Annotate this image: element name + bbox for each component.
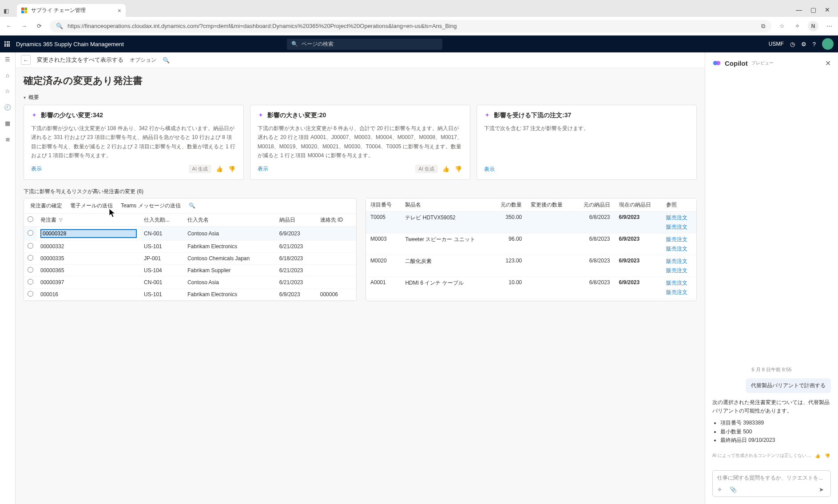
table-row[interactable]: M0003 Tweeter スピーカー ユニット 96.00 6/8/2023 … bbox=[366, 233, 696, 255]
filter-icon[interactable]: ▽ bbox=[59, 218, 63, 222]
rail-workspace-icon[interactable]: ▦ bbox=[4, 119, 12, 127]
col-new-qty[interactable]: 変更後の数量 bbox=[526, 198, 573, 212]
page-back-button[interactable]: ← bbox=[21, 55, 31, 65]
send-email-button[interactable]: 電子メールの送信 bbox=[70, 202, 113, 210]
url-field[interactable]: 🔍 https://financeoperations.cloudax.int.… bbox=[50, 20, 771, 32]
col-vendor-name[interactable]: 仕入先名 bbox=[184, 214, 276, 227]
overview-section-toggle[interactable]: 概要 bbox=[24, 94, 697, 101]
browser-tab[interactable]: サプライ チェーン管理 × bbox=[17, 4, 126, 17]
page-search[interactable]: 🔍 ページの検索 bbox=[287, 39, 442, 50]
sparkle-input-icon[interactable]: ✧ bbox=[717, 486, 724, 493]
po-cell[interactable]: 00000397 bbox=[37, 276, 140, 288]
refresh-button[interactable]: ⟳ bbox=[35, 22, 44, 31]
forward-button[interactable]: → bbox=[20, 22, 28, 31]
thumbs-up-icon[interactable]: 👍 bbox=[442, 165, 450, 173]
thumbs-down-icon[interactable]: 👎 bbox=[455, 165, 463, 173]
cmd-search-icon[interactable]: 🔍 bbox=[163, 57, 170, 63]
item-cell[interactable]: M0003 bbox=[366, 233, 401, 255]
item-cell[interactable]: T0005 bbox=[366, 211, 401, 233]
user-avatar[interactable] bbox=[822, 38, 834, 50]
ref-link[interactable]: 販売注文 bbox=[666, 223, 692, 231]
ref-link[interactable]: 販売注文 bbox=[666, 214, 692, 222]
row-select[interactable] bbox=[24, 226, 37, 240]
rail-recent-icon[interactable]: 🕘 bbox=[4, 103, 12, 111]
table-row[interactable]: 000016 US-101 Fabrikam Electronics 6/9/2… bbox=[24, 288, 356, 300]
row-select[interactable] bbox=[24, 276, 37, 288]
cmd-options[interactable]: オプション bbox=[130, 56, 156, 64]
favorite-icon[interactable]: ☆ bbox=[778, 22, 786, 31]
thumbs-up-icon[interactable]: 👍 bbox=[216, 165, 224, 173]
notifications-icon[interactable]: ◷ bbox=[790, 41, 795, 48]
col-orig-date[interactable]: 元の納品日 bbox=[573, 198, 614, 212]
attach-icon[interactable]: 📎 bbox=[730, 486, 737, 493]
col-po[interactable]: 発注書▽ bbox=[37, 214, 140, 227]
col-product[interactable]: 製品名 bbox=[401, 198, 491, 212]
table-row[interactable]: 00000335 JP-001 Contoso Chemicals Japan … bbox=[24, 252, 356, 264]
ref-link[interactable]: 販売注文 bbox=[666, 245, 692, 253]
browser-shield-icon[interactable]: ◧ bbox=[0, 8, 12, 17]
table-row[interactable]: T0005 テレビ HDTVX59052 350.00 6/8/2023 6/9… bbox=[366, 211, 696, 233]
confirm-po-button[interactable]: 発注書の確定 bbox=[30, 202, 62, 210]
copilot-close-icon[interactable]: ✕ bbox=[825, 59, 831, 67]
help-icon[interactable]: ? bbox=[813, 41, 816, 48]
col-ref[interactable]: 参照 bbox=[662, 198, 696, 212]
table-row[interactable]: A0001 HDMI 6 インチ ケーブル 10.00 6/8/2023 6/9… bbox=[366, 277, 696, 298]
col-vendor-acct[interactable]: 仕入先勘... bbox=[140, 214, 184, 227]
settings-icon[interactable]: ⚙ bbox=[801, 41, 806, 48]
po-cell[interactable]: 00000335 bbox=[37, 252, 140, 264]
row-select[interactable] bbox=[24, 240, 37, 252]
card-show-link[interactable]: 表示 bbox=[31, 165, 42, 173]
ref-link[interactable]: 販売注文 bbox=[666, 258, 692, 265]
ref-link[interactable]: 販売注文 bbox=[666, 236, 692, 243]
table-row[interactable]: 00000332 US-101 Fabrikam Electronics 6/2… bbox=[24, 240, 356, 252]
maximize-button[interactable]: ▢ bbox=[810, 6, 817, 13]
po-cell[interactable]: 00000365 bbox=[37, 264, 140, 276]
col-delivery[interactable]: 納品日 bbox=[276, 214, 317, 227]
row-select[interactable] bbox=[24, 288, 37, 300]
ref-link[interactable]: 販売注文 bbox=[666, 289, 692, 296]
po-cell[interactable] bbox=[37, 226, 140, 240]
item-cell[interactable]: M0020 bbox=[366, 255, 401, 277]
po-cell[interactable]: 000016 bbox=[37, 288, 140, 300]
ref-link[interactable]: 販売注文 bbox=[666, 279, 692, 287]
rail-star-icon[interactable]: ☆ bbox=[4, 87, 12, 95]
send-icon[interactable]: ➤ bbox=[819, 486, 826, 493]
copilot-input[interactable]: 仕事に関する質問をするか、リクエストを... ✧ 📎 ➤ bbox=[712, 470, 831, 497]
col-item[interactable]: 項目番号 bbox=[366, 198, 401, 212]
collections-icon[interactable]: ✧ bbox=[793, 22, 802, 31]
send-teams-button[interactable]: Teams メッセージの送信 bbox=[121, 202, 181, 210]
toolbar-search-icon[interactable]: 🔍 bbox=[189, 202, 196, 209]
row-select[interactable] bbox=[24, 252, 37, 264]
table-row[interactable]: 00000365 US-104 Fabrikam Supplier 6/21/2… bbox=[24, 264, 356, 276]
back-button[interactable]: ← bbox=[4, 22, 13, 31]
col-cur-date[interactable]: 現在の納品日 bbox=[615, 198, 662, 212]
table-row[interactable]: CN-001 Contoso Asia 6/9/2023 bbox=[24, 226, 356, 240]
rail-home-icon[interactable]: ⌂ bbox=[4, 71, 12, 79]
rail-modules-icon[interactable]: ≣ bbox=[4, 135, 12, 143]
card-show-link[interactable]: 表示 bbox=[258, 165, 268, 173]
col-orig-qty[interactable]: 元の数量 bbox=[492, 198, 526, 212]
cmd-show-all[interactable]: 変更された注文をすべて表示する bbox=[37, 56, 123, 64]
tab-close-icon[interactable]: × bbox=[118, 7, 121, 14]
ref-link[interactable]: 販売注文 bbox=[666, 267, 692, 274]
rail-menu-icon[interactable]: ☰ bbox=[4, 55, 12, 63]
table-row[interactable]: M0020 二酸化炭素 123.00 6/8/2023 6/9/2023 販売注… bbox=[366, 255, 696, 277]
thumbs-down-icon[interactable]: 👎 bbox=[825, 452, 831, 460]
row-select[interactable] bbox=[24, 264, 37, 276]
site-info-icon[interactable]: 🔍 bbox=[56, 23, 63, 29]
thumbs-down-icon[interactable]: 👎 bbox=[228, 165, 236, 173]
po-input[interactable] bbox=[40, 229, 137, 238]
reader-icon[interactable]: ⧉ bbox=[761, 23, 765, 30]
close-window-button[interactable]: ✕ bbox=[824, 6, 831, 13]
company-code[interactable]: USMF bbox=[769, 41, 784, 47]
thumbs-up-icon[interactable]: 👍 bbox=[815, 452, 821, 460]
select-all-col[interactable] bbox=[24, 214, 37, 227]
table-row[interactable]: 00000397 CN-001 Contoso Asia 6/21/2023 bbox=[24, 276, 356, 288]
profile-avatar[interactable]: N bbox=[808, 21, 818, 32]
card-show-link[interactable]: 表示 bbox=[484, 166, 495, 173]
po-cell[interactable]: 00000332 bbox=[37, 240, 140, 252]
app-launcher-icon[interactable] bbox=[4, 41, 10, 47]
col-contact[interactable]: 連絡先 ID bbox=[317, 214, 356, 227]
more-icon[interactable]: ⋯ bbox=[825, 22, 834, 31]
minimize-button[interactable]: — bbox=[795, 6, 802, 13]
